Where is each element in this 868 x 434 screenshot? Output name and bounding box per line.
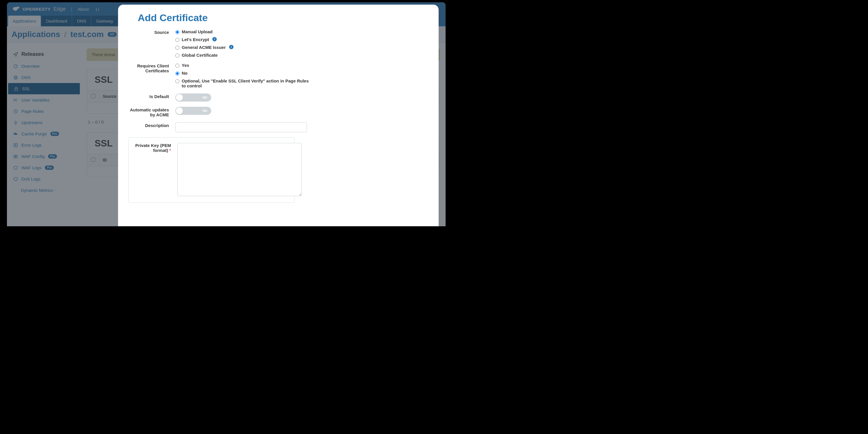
- radio-input[interactable]: [175, 54, 179, 58]
- toggle-off-label: NO: [203, 110, 207, 113]
- toggle-off-label: NO: [203, 96, 207, 99]
- requires-client-yes[interactable]: Yes: [175, 63, 431, 68]
- source-radio-letsencrypt[interactable]: Let's Encrypt i: [175, 37, 431, 42]
- private-key-label: Private Key (PEM format) *: [134, 143, 177, 197]
- auto-acme-toggle[interactable]: NO: [175, 107, 211, 115]
- radio-input[interactable]: [175, 30, 179, 34]
- source-radio-manual[interactable]: Manual Upload: [175, 29, 431, 34]
- description-input[interactable]: [175, 122, 307, 132]
- requires-client-no[interactable]: No: [175, 71, 431, 75]
- is-default-label: Is Default: [126, 93, 175, 101]
- radio-input[interactable]: [175, 46, 179, 50]
- toggle-knob: [176, 94, 183, 101]
- private-key-textarea[interactable]: [177, 143, 302, 196]
- info-icon[interactable]: i: [229, 45, 234, 49]
- source-radio-global[interactable]: Global Certificate: [175, 53, 431, 58]
- requires-client-optional[interactable]: Optional, Use "Enable SSL Client Verify"…: [175, 79, 431, 88]
- source-radio-acme[interactable]: General ACME Issuer i: [175, 45, 431, 50]
- radio-input[interactable]: [175, 79, 179, 83]
- add-certificate-modal: Add Certificate Source Manual Upload Let…: [118, 5, 439, 226]
- required-star: *: [169, 148, 171, 153]
- is-default-toggle[interactable]: NO: [175, 93, 211, 101]
- toggle-knob: [176, 107, 183, 114]
- description-label: Description: [126, 122, 175, 132]
- info-icon[interactable]: i: [212, 37, 217, 41]
- requires-client-label: Requires Client Certificates: [126, 63, 175, 88]
- radio-input[interactable]: [175, 64, 179, 68]
- radio-input[interactable]: [175, 71, 179, 75]
- radio-input[interactable]: [175, 38, 179, 42]
- auto-acme-label: Automatic updates by ACME: [126, 107, 175, 117]
- source-label: Source: [126, 29, 175, 58]
- modal-title: Add Certificate: [138, 12, 431, 24]
- pem-block: Private Key (PEM format) *: [128, 137, 294, 203]
